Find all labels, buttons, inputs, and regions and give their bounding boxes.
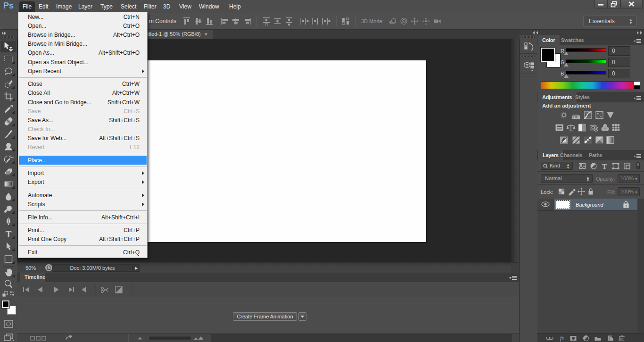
svg-text:T: T	[602, 163, 607, 169]
svg-text:T: T	[6, 229, 12, 239]
svg-text:fx: fx	[560, 335, 564, 342]
